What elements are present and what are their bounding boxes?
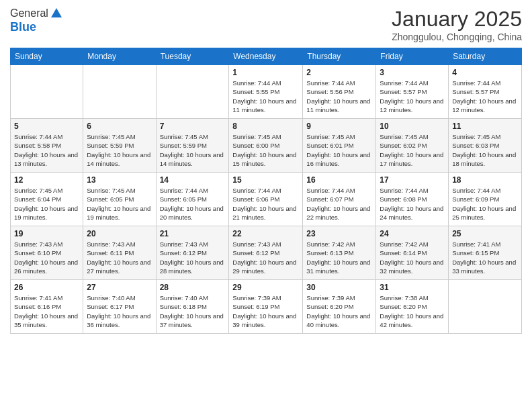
table-row: 13Sunrise: 7:45 AM Sunset: 6:05 PM Dayli… (83, 173, 156, 226)
table-row: 26Sunrise: 7:41 AM Sunset: 6:16 PM Dayli… (11, 280, 83, 334)
table-row: 18Sunrise: 7:44 AM Sunset: 6:09 PM Dayli… (449, 173, 522, 226)
day-detail: Sunrise: 7:44 AM Sunset: 6:08 PM Dayligh… (380, 186, 445, 222)
day-number: 8 (232, 122, 299, 131)
col-thursday: Thursday (303, 48, 376, 65)
day-detail: Sunrise: 7:45 AM Sunset: 6:05 PM Dayligh… (87, 186, 152, 222)
day-number: 1 (232, 68, 299, 77)
day-number: 23 (306, 229, 372, 238)
day-detail: Sunrise: 7:45 AM Sunset: 5:59 PM Dayligh… (87, 132, 152, 168)
table-row: 12Sunrise: 7:45 AM Sunset: 6:04 PM Dayli… (11, 173, 83, 226)
table-row: 24Sunrise: 7:42 AM Sunset: 6:14 PM Dayli… (376, 226, 449, 280)
month-title: January 2025 (392, 7, 522, 32)
table-row: 14Sunrise: 7:44 AM Sunset: 6:05 PM Dayli… (156, 173, 229, 226)
day-detail: Sunrise: 7:43 AM Sunset: 6:10 PM Dayligh… (14, 240, 79, 275)
day-number: 13 (87, 175, 152, 185)
day-number: 11 (452, 122, 518, 131)
calendar-week-row: 12Sunrise: 7:45 AM Sunset: 6:04 PM Dayli… (11, 173, 522, 226)
table-row (11, 65, 83, 119)
col-monday: Monday (83, 48, 156, 65)
col-saturday: Saturday (449, 48, 522, 65)
day-number: 5 (14, 122, 79, 131)
day-number: 30 (306, 283, 372, 292)
table-row: 22Sunrise: 7:43 AM Sunset: 6:12 PM Dayli… (229, 226, 303, 280)
day-number: 4 (452, 68, 518, 77)
day-detail: Sunrise: 7:44 AM Sunset: 5:57 PM Dayligh… (380, 79, 445, 114)
table-row: 23Sunrise: 7:42 AM Sunset: 6:13 PM Dayli… (303, 226, 376, 280)
day-detail: Sunrise: 7:41 AM Sunset: 6:15 PM Dayligh… (452, 240, 518, 275)
day-detail: Sunrise: 7:45 AM Sunset: 5:59 PM Dayligh… (160, 132, 226, 168)
title-block: January 2025 Zhonggulou, Chongqing, Chin… (392, 7, 522, 42)
day-detail: Sunrise: 7:45 AM Sunset: 6:04 PM Dayligh… (14, 186, 79, 222)
day-number: 2 (306, 68, 372, 77)
table-row: 19Sunrise: 7:43 AM Sunset: 6:10 PM Dayli… (11, 226, 83, 280)
day-detail: Sunrise: 7:40 AM Sunset: 6:17 PM Dayligh… (87, 293, 152, 329)
day-number: 19 (14, 229, 79, 238)
table-row: 20Sunrise: 7:43 AM Sunset: 6:11 PM Dayli… (83, 226, 156, 280)
table-row: 7Sunrise: 7:45 AM Sunset: 5:59 PM Daylig… (156, 119, 229, 173)
day-number: 7 (160, 122, 226, 131)
calendar-header-row: Sunday Monday Tuesday Wednesday Thursday… (11, 48, 522, 65)
table-row: 28Sunrise: 7:40 AM Sunset: 6:18 PM Dayli… (156, 280, 229, 334)
table-row: 11Sunrise: 7:45 AM Sunset: 6:03 PM Dayli… (449, 119, 522, 173)
table-row: 16Sunrise: 7:44 AM Sunset: 6:07 PM Dayli… (303, 173, 376, 226)
calendar-week-row: 19Sunrise: 7:43 AM Sunset: 6:10 PM Dayli… (11, 226, 522, 280)
col-sunday: Sunday (11, 48, 83, 65)
day-detail: Sunrise: 7:45 AM Sunset: 6:03 PM Dayligh… (452, 132, 518, 168)
day-number: 6 (87, 122, 152, 131)
col-wednesday: Wednesday (229, 48, 303, 65)
table-row: 10Sunrise: 7:45 AM Sunset: 6:02 PM Dayli… (376, 119, 449, 173)
day-detail: Sunrise: 7:44 AM Sunset: 5:56 PM Dayligh… (306, 79, 372, 114)
day-number: 16 (306, 175, 372, 185)
day-detail: Sunrise: 7:44 AM Sunset: 5:55 PM Dayligh… (232, 79, 299, 114)
table-row: 17Sunrise: 7:44 AM Sunset: 6:08 PM Dayli… (376, 173, 449, 226)
day-number: 26 (14, 283, 79, 292)
table-row: 30Sunrise: 7:39 AM Sunset: 6:20 PM Dayli… (303, 280, 376, 334)
day-number: 29 (232, 283, 299, 292)
table-row (83, 65, 156, 119)
day-number: 28 (160, 283, 226, 292)
day-detail: Sunrise: 7:43 AM Sunset: 6:12 PM Dayligh… (160, 240, 226, 275)
day-number: 27 (87, 283, 152, 292)
calendar-week-row: 5Sunrise: 7:44 AM Sunset: 5:58 PM Daylig… (11, 119, 522, 173)
calendar-week-row: 1Sunrise: 7:44 AM Sunset: 5:55 PM Daylig… (11, 65, 522, 119)
day-detail: Sunrise: 7:38 AM Sunset: 6:20 PM Dayligh… (380, 293, 445, 329)
day-number: 24 (380, 229, 445, 238)
col-friday: Friday (376, 48, 449, 65)
day-detail: Sunrise: 7:44 AM Sunset: 5:58 PM Dayligh… (14, 132, 79, 168)
day-detail: Sunrise: 7:39 AM Sunset: 6:19 PM Dayligh… (232, 293, 299, 329)
header: General Blue January 2025 Zhonggulou, Ch… (10, 7, 522, 42)
day-detail: Sunrise: 7:45 AM Sunset: 6:01 PM Dayligh… (306, 132, 372, 168)
day-number: 22 (232, 229, 299, 238)
table-row: 2Sunrise: 7:44 AM Sunset: 5:56 PM Daylig… (303, 65, 376, 119)
table-row: 15Sunrise: 7:44 AM Sunset: 6:06 PM Dayli… (229, 173, 303, 226)
day-detail: Sunrise: 7:45 AM Sunset: 6:00 PM Dayligh… (232, 132, 299, 168)
logo: General Blue (10, 7, 63, 34)
day-number: 20 (87, 229, 152, 238)
day-detail: Sunrise: 7:40 AM Sunset: 6:18 PM Dayligh… (160, 293, 226, 329)
table-row (156, 65, 229, 119)
day-detail: Sunrise: 7:42 AM Sunset: 6:14 PM Dayligh… (380, 240, 445, 275)
table-row: 5Sunrise: 7:44 AM Sunset: 5:58 PM Daylig… (11, 119, 83, 173)
day-number: 31 (380, 283, 445, 292)
calendar-week-row: 26Sunrise: 7:41 AM Sunset: 6:16 PM Dayli… (11, 280, 522, 334)
logo-general-text: General (10, 7, 48, 19)
location: Zhonggulou, Chongqing, China (392, 32, 522, 42)
col-tuesday: Tuesday (156, 48, 229, 65)
table-row: 9Sunrise: 7:45 AM Sunset: 6:01 PM Daylig… (303, 119, 376, 173)
table-row (449, 280, 522, 334)
day-detail: Sunrise: 7:42 AM Sunset: 6:13 PM Dayligh… (306, 240, 372, 275)
table-row: 8Sunrise: 7:45 AM Sunset: 6:00 PM Daylig… (229, 119, 303, 173)
calendar-table: Sunday Monday Tuesday Wednesday Thursday… (10, 48, 522, 334)
table-row: 1Sunrise: 7:44 AM Sunset: 5:55 PM Daylig… (229, 65, 303, 119)
page: General Blue January 2025 Zhonggulou, Ch… (0, 0, 532, 411)
day-detail: Sunrise: 7:44 AM Sunset: 6:09 PM Dayligh… (452, 186, 518, 222)
table-row: 25Sunrise: 7:41 AM Sunset: 6:15 PM Dayli… (449, 226, 522, 280)
table-row: 29Sunrise: 7:39 AM Sunset: 6:19 PM Dayli… (229, 280, 303, 334)
logo-icon (50, 7, 63, 20)
table-row: 21Sunrise: 7:43 AM Sunset: 6:12 PM Dayli… (156, 226, 229, 280)
day-number: 18 (452, 175, 518, 185)
svg-marker-0 (51, 8, 62, 17)
day-detail: Sunrise: 7:39 AM Sunset: 6:20 PM Dayligh… (306, 293, 372, 329)
day-detail: Sunrise: 7:44 AM Sunset: 6:07 PM Dayligh… (306, 186, 372, 222)
day-number: 12 (14, 175, 79, 185)
